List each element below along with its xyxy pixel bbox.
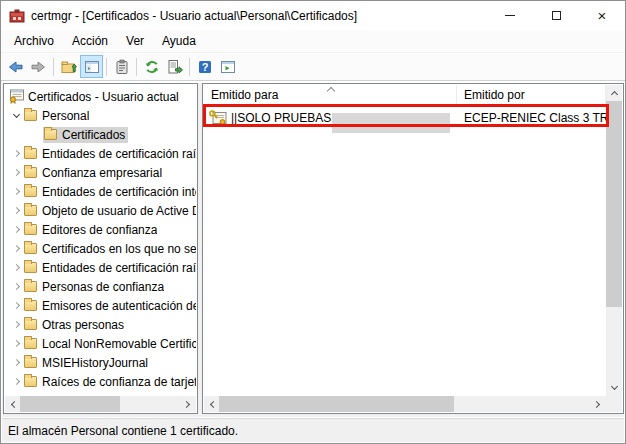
sort-ascending-icon <box>327 87 335 95</box>
chevron-right-icon[interactable] <box>8 265 24 270</box>
tree-item-label: MSIEHistoryJournal <box>42 356 148 370</box>
chevron-down-icon[interactable] <box>8 114 24 117</box>
certmgr-window: { "window": { "title": "certmgr - [Certi… <box>0 0 626 444</box>
tree-item-label: Confianza empresarial <box>42 166 162 180</box>
up-folder-icon <box>61 59 77 75</box>
tree-item-editores-confianza[interactable]: Editores de confianza <box>5 220 196 239</box>
scrollbar-thumb[interactable] <box>219 396 454 412</box>
tree-item-objeto-active-directory[interactable]: Objeto de usuario de Active Directory <box>5 201 196 220</box>
tree-item-label: Certificados en los que no se confía <box>42 242 196 256</box>
menu-accion[interactable]: Acción <box>63 31 117 51</box>
refresh-button[interactable] <box>140 55 163 78</box>
menu-ayuda[interactable]: Ayuda <box>153 31 205 51</box>
tree-item-certificados-usuario-actual[interactable]: Certificados - Usuario actual <box>5 87 196 106</box>
scroll-down-icon[interactable] <box>606 380 622 396</box>
tree-item-entidades-intermedias[interactable]: Entidades de certificación intermedias <box>5 182 196 201</box>
scrollbar-thumb[interactable] <box>20 396 120 412</box>
toolbar-separator <box>136 58 137 76</box>
tree-item-label: Raíces de confianza de tarjeta inteligen… <box>42 375 196 389</box>
tree-item-entidades-raiz-terceros[interactable]: Entidades de certificación raíz de terce… <box>5 258 196 277</box>
show-hide-console-tree-icon <box>84 59 100 75</box>
folder-icon <box>24 186 37 197</box>
tree-item-certificados[interactable]: Certificados <box>5 125 196 144</box>
scroll-left-icon[interactable] <box>204 396 220 412</box>
show-hide-console-tree-button[interactable] <box>80 55 103 78</box>
scroll-right-icon[interactable] <box>590 396 606 412</box>
export-list-button[interactable] <box>163 55 186 78</box>
minimize-button[interactable] <box>487 1 533 30</box>
folder-icon <box>24 167 37 178</box>
tree-item-label: Objeto de usuario de Active Directory <box>42 204 196 218</box>
chevron-right-icon[interactable] <box>8 208 24 213</box>
window-title: certmgr - [Certificados - Usuario actual… <box>31 9 357 23</box>
folder-icon <box>24 376 37 387</box>
properties-button[interactable] <box>110 55 133 78</box>
svg-text:?: ? <box>201 61 208 73</box>
certificates-root-icon <box>8 89 24 104</box>
status-text: El almacén Personal contiene 1 certifica… <box>8 424 238 438</box>
toolbar-separator <box>53 58 54 76</box>
column-label: Emitido por <box>464 88 525 102</box>
folder-icon <box>24 224 37 235</box>
tree-item-label: Editores de confianza <box>42 223 157 237</box>
list-vertical-scrollbar[interactable] <box>606 85 622 396</box>
tree-item-label: Emisores de autenticación de cliente <box>42 299 196 313</box>
column-header-emitido-por[interactable]: Emitido por <box>457 85 606 104</box>
certificate-tree: Certificados - Usuario actual Personal C… <box>5 85 196 396</box>
chevron-right-icon[interactable] <box>8 303 24 308</box>
up-folder-button[interactable] <box>57 55 80 78</box>
tree-item-label: Local NonRemovable Certificates <box>42 337 196 351</box>
selected-tree-item: Certificados <box>43 127 128 143</box>
scroll-up-icon[interactable] <box>606 85 622 101</box>
folder-icon <box>24 338 37 349</box>
menu-archivo[interactable]: Archivo <box>5 31 63 51</box>
chevron-right-icon[interactable] <box>8 170 24 175</box>
chevron-right-icon[interactable] <box>8 189 24 194</box>
tree-item-label: Personas de confianza <box>42 280 164 294</box>
chevron-right-icon[interactable] <box>8 151 24 156</box>
toolbar-separator <box>106 58 107 76</box>
tree-item-label: Entidades de certificación raíz de confi… <box>42 147 196 161</box>
folder-icon <box>24 319 37 330</box>
list-horizontal-scrollbar[interactable] <box>204 396 606 412</box>
chevron-right-icon[interactable] <box>8 227 24 232</box>
menu-ver[interactable]: Ver <box>117 31 153 51</box>
tree-item-otras-personas[interactable]: Otras personas <box>5 315 196 334</box>
chevron-right-icon[interactable] <box>8 322 24 327</box>
action-pane-button[interactable] <box>216 55 239 78</box>
tree-item-confianza-empresarial[interactable]: Confianza empresarial <box>5 163 196 182</box>
properties-clipboard-icon <box>114 59 130 75</box>
help-button[interactable]: ? <box>193 55 216 78</box>
folder-icon <box>24 357 37 368</box>
folder-icon <box>24 300 37 311</box>
tree-horizontal-scrollbar[interactable] <box>5 396 196 412</box>
chevron-right-icon[interactable] <box>8 284 24 289</box>
certmgr-icon[interactable] <box>9 8 25 24</box>
chevron-right-icon[interactable] <box>8 246 24 251</box>
chevron-right-icon[interactable] <box>8 360 24 365</box>
help-icon: ? <box>197 59 213 75</box>
chevron-right-icon[interactable] <box>8 379 24 384</box>
tree-item-personal[interactable]: Personal <box>5 106 196 125</box>
tree-item-personas-confianza[interactable]: Personas de confianza <box>5 277 196 296</box>
tree-item-certificados-no-confia[interactable]: Certificados en los que no se confía <box>5 239 196 258</box>
column-header-emitido-para[interactable]: Emitido para <box>204 85 457 104</box>
maximize-button[interactable] <box>533 1 579 30</box>
certificate-row[interactable]: ||SOLO PRUEBAS|| ECEP-RENIEC Class 3 TRI… <box>204 105 606 131</box>
scrollbar-thumb[interactable] <box>606 101 622 307</box>
tree-item-entidades-raiz-confianza[interactable]: Entidades de certificación raíz de confi… <box>5 144 196 163</box>
tree-item-emisores-autenticacion[interactable]: Emisores de autenticación de cliente <box>5 296 196 315</box>
scroll-left-icon[interactable] <box>5 396 21 412</box>
chevron-right-icon[interactable] <box>8 341 24 346</box>
folder-icon <box>24 148 37 159</box>
tree-item-raices-tarjeta[interactable]: Raíces de confianza de tarjeta inteligen… <box>5 372 196 391</box>
back-button[interactable] <box>4 55 27 78</box>
scroll-right-icon[interactable] <box>180 396 196 412</box>
tree-item-local-nonremovable[interactable]: Local NonRemovable Certificates <box>5 334 196 353</box>
folder-icon <box>24 281 37 292</box>
forward-button[interactable] <box>27 55 50 78</box>
tree-item-msiehistoryjournal[interactable]: MSIEHistoryJournal <box>5 353 196 372</box>
tree-item-label: Entidades de certificación raíz de terce… <box>42 261 196 275</box>
toolbar: ? <box>1 53 625 81</box>
close-button[interactable]: × <box>579 1 625 30</box>
